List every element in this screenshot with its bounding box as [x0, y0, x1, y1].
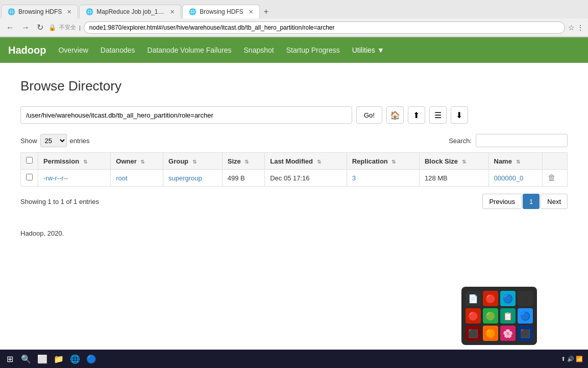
row-delete-cell: 🗑 — [542, 170, 567, 187]
permission-link[interactable]: -rw-r--r-- — [43, 174, 68, 182]
floating-widget: 📄 🔴 🔵 ⊞ 🔴 🟢 📋 🔵 ⬛ 🟠 🌸 ⬛ — [461, 287, 537, 345]
main-content: Browse Directory Go! 🏠 ⬆ ☰ ⬇ Show 25 10 … — [0, 63, 588, 252]
header-permission[interactable]: Permission ⇅ — [38, 153, 111, 170]
show-select[interactable]: 25 10 50 100 — [40, 134, 67, 147]
previous-button[interactable]: Previous — [482, 194, 522, 209]
tab-2-close[interactable]: ✕ — [170, 9, 175, 15]
show-label: Show — [20, 137, 37, 145]
files-table: Permission ⇅ Owner ⇅ Group ⇅ Size ⇅ Last… — [20, 152, 568, 187]
tab-3[interactable]: 🌐 Browsing HDFS ✕ — [182, 5, 259, 18]
table-icon-button[interactable]: ☰ — [429, 106, 447, 124]
taskbar: ⊞ 🔍 ⬜ 📁 🌐 🔵 ⬆ 🔊 📶 — [0, 350, 588, 368]
widget-icon-3[interactable]: 🔵 — [500, 291, 516, 306]
url-input[interactable] — [84, 21, 565, 34]
widget-icon-12[interactable]: ⬛ — [518, 326, 533, 341]
reload-button[interactable]: ↻ — [35, 21, 45, 33]
row-last-modified: Dec 05 17:16 — [265, 170, 347, 187]
taskbar-explorer[interactable]: 📁 — [51, 351, 66, 366]
search-label: Search: — [449, 137, 472, 145]
widget-icon-10[interactable]: 🟠 — [483, 326, 498, 341]
path-input[interactable] — [20, 106, 352, 124]
bookmark-button[interactable]: ☆ — [568, 24, 575, 32]
navbar: Hadoop Overview Datanodes Datanode Volum… — [0, 37, 588, 63]
header-last-modified[interactable]: Last Modified ⇅ — [265, 153, 347, 170]
menu-button[interactable]: ⋮ — [577, 24, 584, 32]
tab-bar: 🌐 Browsing HDFS ✕ 🌐 MapReduce Job job_16… — [0, 0, 588, 18]
nav-snapshot[interactable]: Snapshot — [244, 46, 274, 54]
tab-2[interactable]: 🌐 MapReduce Job job_163875... ✕ — [79, 5, 181, 18]
table-row: -rw-r--r-- root supergroup 499 B Dec 05 … — [21, 170, 568, 187]
taskbar-task-view[interactable]: ⬜ — [35, 351, 50, 366]
page-1-button[interactable]: 1 — [523, 194, 540, 209]
folder-icon-button[interactable]: 🏠 — [386, 106, 404, 124]
address-bar-icons: ☆ ⋮ — [568, 24, 584, 32]
taskbar-edge[interactable]: 🌐 — [67, 351, 83, 366]
next-button[interactable]: Next — [541, 194, 568, 209]
header-name[interactable]: Name ⇅ — [488, 153, 542, 170]
row-group: supergroup — [163, 170, 223, 187]
tab-1-title: Browsing HDFS — [18, 8, 62, 15]
sort-icon-block-size: ⇅ — [462, 159, 466, 165]
nav-utilities-dropdown[interactable]: Utilities ▼ — [352, 46, 384, 54]
nav-utilities-label: Utilities — [352, 46, 375, 54]
show-entries-control: Show 25 10 50 100 entries — [20, 134, 90, 147]
sort-icon-owner: ⇅ — [140, 159, 144, 165]
insecure-label: 不安全 — [59, 24, 76, 31]
nav-startup-progress[interactable]: Startup Progress — [286, 46, 340, 54]
nav-datanode-volume-failures[interactable]: Datanode Volume Failures — [148, 46, 232, 54]
header-group[interactable]: Group ⇅ — [163, 153, 223, 170]
back-button[interactable]: ← — [4, 22, 16, 33]
name-link[interactable]: 000000_0 — [494, 174, 524, 182]
tab-1[interactable]: 🌐 Browsing HDFS ✕ — [1, 5, 78, 18]
sort-icon-last-modified: ⇅ — [317, 159, 321, 165]
tray-icons: ⬆ 🔊 📶 — [561, 356, 583, 362]
header-owner[interactable]: Owner ⇅ — [111, 153, 163, 170]
nav-overview[interactable]: Overview — [58, 46, 88, 54]
search-input[interactable] — [476, 134, 568, 147]
nav-datanodes[interactable]: Datanodes — [101, 46, 135, 54]
widget-icon-11[interactable]: 🌸 — [500, 326, 516, 341]
widget-icon-8[interactable]: 🔵 — [518, 308, 533, 324]
delete-button[interactable]: 🗑 — [548, 173, 556, 182]
tab-1-close[interactable]: ✕ — [67, 9, 71, 15]
header-block-size[interactable]: Block Size ⇅ — [419, 153, 488, 170]
footer-text: Hadoop, 2020. — [20, 229, 64, 237]
sort-icon-name: ⇅ — [516, 159, 520, 165]
row-block-size: 128 MB — [419, 170, 488, 187]
go-button[interactable]: Go! — [356, 106, 382, 124]
entries-label: entries — [70, 137, 90, 145]
sort-icon-replication: ⇅ — [391, 159, 396, 165]
footer: Hadoop, 2020. — [20, 229, 568, 237]
sort-icon-size: ⇅ — [244, 159, 249, 165]
row-permission: -rw-r--r-- — [38, 170, 111, 187]
taskbar-search[interactable]: 🔍 — [18, 351, 34, 366]
row-checkbox-0[interactable] — [26, 174, 33, 180]
widget-icon-5[interactable]: 🔴 — [465, 308, 481, 324]
group-link[interactable]: supergroup — [168, 174, 202, 182]
upload-icon-button[interactable]: ⬆ — [408, 106, 425, 124]
widget-icon-2[interactable]: 🔴 — [483, 291, 498, 306]
row-name: 000000_0 — [488, 170, 542, 187]
widget-icon-7[interactable]: 📋 — [500, 308, 516, 324]
tab-3-close[interactable]: ✕ — [249, 9, 253, 15]
pagination-row: Showing 1 to 1 of 1 entries Previous 1 N… — [20, 194, 568, 209]
header-replication[interactable]: Replication ⇅ — [347, 153, 419, 170]
chevron-down-icon: ▼ — [377, 46, 384, 54]
path-row: Go! 🏠 ⬆ ☰ ⬇ — [20, 106, 568, 124]
owner-link[interactable]: root — [116, 174, 127, 182]
navbar-brand[interactable]: Hadoop — [8, 44, 46, 56]
header-size[interactable]: Size ⇅ — [222, 153, 265, 170]
new-tab-button[interactable]: + — [260, 5, 273, 18]
widget-icon-1[interactable]: 📄 — [465, 291, 481, 306]
tab-favicon: 🌐 — [189, 8, 197, 15]
taskbar-chrome[interactable]: 🔵 — [84, 351, 99, 366]
taskbar-start[interactable]: ⊞ — [2, 351, 17, 366]
forward-button[interactable]: → — [19, 22, 32, 33]
header-actions — [542, 153, 567, 170]
widget-icon-9[interactable]: ⬛ — [465, 326, 481, 341]
widget-icon-4[interactable]: ⊞ — [518, 291, 533, 306]
select-all-checkbox[interactable] — [26, 157, 33, 164]
widget-icon-6[interactable]: 🟢 — [483, 308, 498, 324]
replication-link[interactable]: 3 — [352, 174, 356, 182]
download-icon-button[interactable]: ⬇ — [451, 106, 468, 124]
